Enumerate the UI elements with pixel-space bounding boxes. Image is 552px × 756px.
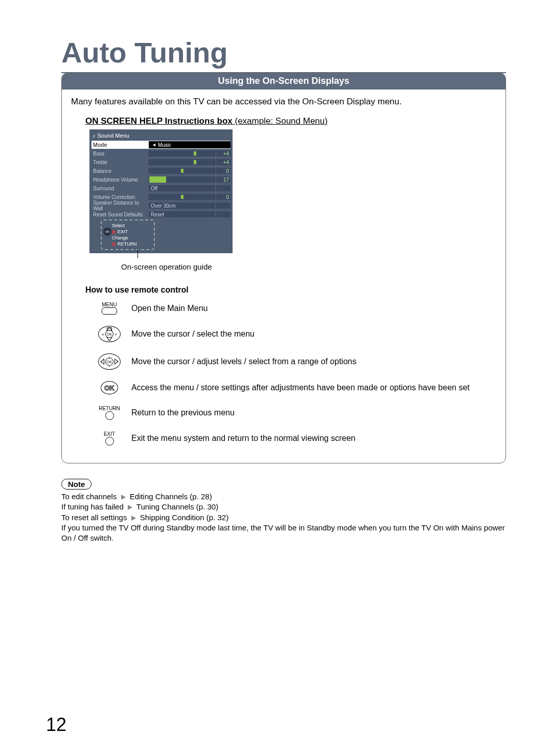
osd-empty: [216, 211, 231, 217]
osd-title: Sound Menu: [98, 132, 129, 139]
osd-label: Balance: [91, 168, 149, 174]
icon-label: RETURN: [99, 406, 120, 411]
remote-desc: Exit the menu system and return to the n…: [131, 434, 355, 443]
note-body: To edit channels Editing Channels (p. 28…: [61, 492, 506, 543]
osd-value: +4: [216, 159, 231, 165]
osd-label: Treble: [91, 160, 149, 165]
helpbox-title: ON SCREEN HELP Instructions box (example…: [85, 116, 496, 126]
nav-ok-icon: OK: [103, 228, 111, 236]
leader-line: [137, 249, 138, 258]
nav-leftright-icon: OK ▲ ▼: [99, 353, 120, 370]
exit-button-icon: EXIT: [99, 431, 120, 446]
helpbox-title-bold: ON SCREEN HELP Instructions box: [85, 116, 233, 126]
remote-row-updown: OK ◄ ► Move the cursor / select the menu: [99, 326, 496, 342]
note-line-1a: To edit channels: [61, 492, 119, 501]
callout-change: Change: [112, 235, 128, 240]
slider-track: [149, 194, 215, 200]
remote-row-menu: MENU Open the Main Menu: [99, 302, 496, 315]
note-line-2a: If tuning has failed: [61, 502, 126, 511]
note-badge: Note: [61, 479, 91, 490]
osd-row-distance: Speaker Distance to Wall Over 30cm: [91, 202, 231, 210]
return-button-icon: RETURN: [99, 406, 120, 420]
panel-header: Using the On-Screen Displays: [62, 73, 505, 90]
rect-button-icon: [102, 307, 117, 315]
circle-button-icon: [105, 437, 114, 446]
note-line-3b: Shipping Condition (p. 32): [138, 513, 229, 522]
remote-desc: Access the menu / store settings after a…: [131, 383, 470, 392]
remote-desc: Move the cursor / select the menu: [131, 329, 255, 339]
remote-heading: How to use remote control: [85, 285, 496, 295]
osd-panel: ♪ Sound Menu Mode ◄Music Bass +4 Treble …: [89, 129, 233, 253]
circle-button-icon: [105, 411, 114, 420]
callout-select: Select: [112, 223, 125, 228]
page-number: 12: [46, 714, 66, 736]
callout-exit: EXIT: [118, 229, 128, 234]
music-note-icon: ♪: [93, 132, 96, 139]
red-dot-icon: [112, 230, 116, 234]
osd-empty: [216, 185, 231, 191]
arrow-icon: [131, 516, 136, 521]
menu-button-icon: MENU: [99, 302, 120, 315]
remote-row-ok: OK Access the menu / store settings afte…: [99, 381, 496, 394]
osd-row-mode: Mode ◄Music: [91, 141, 231, 149]
osd-titlebar: ♪ Sound Menu: [91, 131, 231, 141]
oval-nav-icon: OK ▲ ▼: [98, 353, 121, 370]
ok-button-icon: OK: [99, 381, 120, 394]
oval-nav-icon: OK ◄ ►: [98, 326, 121, 342]
osd-value: 0: [216, 194, 231, 200]
remote-row-return: RETURN Return to the previous menu: [99, 406, 496, 420]
osd-label: Reset Sound Defaults: [91, 212, 149, 217]
osd-row-reset: Reset Sound Defaults Reset: [91, 210, 231, 218]
osd-row-surround: Surround Off: [91, 184, 231, 192]
osd-value: 17: [216, 176, 231, 183]
main-panel: Using the On-Screen Displays Many featur…: [61, 73, 506, 463]
note-section: Note To edit channels Editing Channels (…: [61, 479, 506, 543]
osd-help-callout: OK Select EXIT Change RETURN: [101, 219, 155, 250]
osd-value: +4: [216, 150, 231, 157]
osd-row-headphone: Headphone Volume 17: [91, 175, 231, 184]
osd-mode-label: Mode: [91, 142, 149, 148]
intro-text: Many features available on this TV can b…: [71, 97, 496, 107]
helpbox-title-rest: (example: Sound Menu): [233, 116, 328, 126]
nav-updown-icon: OK ◄ ►: [99, 326, 120, 342]
osd-label: Bass: [91, 151, 149, 157]
icon-label: EXIT: [104, 431, 115, 437]
remote-list: MENU Open the Main Menu OK: [99, 302, 496, 446]
ok-text: OK: [104, 384, 114, 392]
osd-caption: On-screen operation guide: [121, 262, 496, 271]
note-line-1b: Editing Channels (p. 28): [128, 492, 212, 501]
remote-desc: Move the cursor / adjust levels / select…: [131, 357, 356, 366]
osd-value: 0: [216, 168, 231, 174]
osd-label: Surround: [91, 186, 149, 191]
slider-track: [149, 150, 215, 157]
osd-label: Headphone Volume: [91, 177, 149, 183]
osd-row-bass: Bass +4: [91, 149, 231, 158]
arrow-icon: [128, 505, 132, 510]
osd-row-balance: Balance 0: [91, 167, 231, 175]
slider-track: [149, 176, 215, 183]
note-line-3a: To reset all settings: [61, 513, 129, 522]
remote-row-exit: EXIT Exit the menu system and return to …: [99, 431, 496, 446]
note-line-4: If you turned the TV Off during Standby …: [61, 523, 505, 542]
callout-return: RETURN: [118, 241, 137, 247]
osd-textval: Off: [149, 185, 215, 191]
arrow-icon: [121, 495, 126, 500]
osd-label: Volume Correction: [91, 194, 149, 200]
osd-mode-value: ◄Music: [149, 141, 231, 148]
red-dot-icon: [112, 242, 116, 246]
slider-track: [149, 168, 215, 174]
osd-row-treble: Treble +4: [91, 158, 231, 166]
osd-label: Speaker Distance to Wall: [91, 200, 149, 211]
osd-textval: Reset: [149, 211, 215, 217]
remote-desc: Return to the previous menu: [131, 408, 235, 417]
ok-ring-icon: OK: [101, 381, 118, 394]
remote-row-leftright: OK ▲ ▼ Move the cursor / adjust levels /…: [99, 353, 496, 370]
remote-desc: Open the Main Menu: [131, 304, 208, 313]
page-title: Auto Tuning: [61, 36, 506, 69]
slider-track: [149, 159, 215, 165]
icon-label: MENU: [102, 302, 117, 307]
note-line-2b: Tuning Channels (p. 30): [134, 502, 218, 511]
osd-textval: Over 30cm: [149, 203, 215, 209]
osd-empty: [216, 203, 231, 209]
